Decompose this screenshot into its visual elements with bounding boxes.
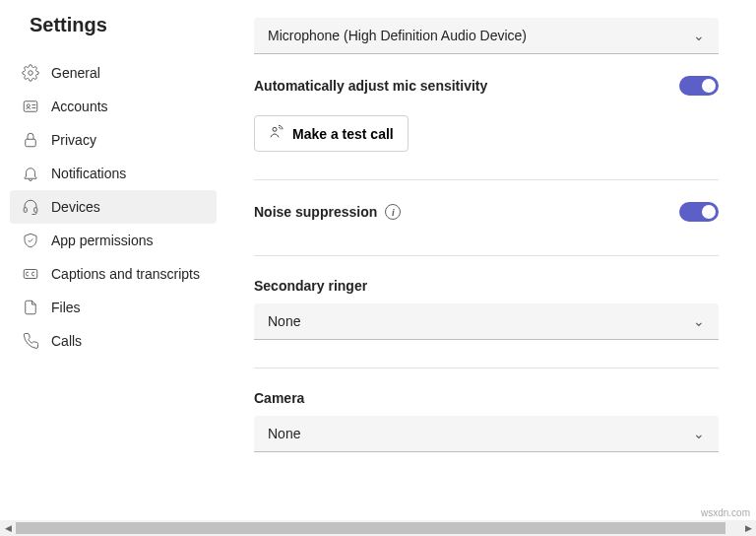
- cc-icon: [22, 265, 39, 283]
- auto-mic-label: Automatically adjust mic sensitivity: [254, 78, 487, 94]
- settings-main: Microphone (High Definition Audio Device…: [226, 0, 756, 520]
- scroll-track[interactable]: [16, 520, 740, 536]
- horizontal-scrollbar[interactable]: ◀ ▶: [0, 520, 756, 536]
- camera-value: None: [268, 426, 300, 441]
- scroll-left-arrow-icon[interactable]: ◀: [0, 520, 16, 536]
- noise-suppression-label: Noise suppression: [254, 204, 377, 220]
- sidebar-item-accounts[interactable]: Accounts: [10, 90, 217, 123]
- sidebar-item-label: Devices: [51, 199, 100, 215]
- watermark: wsxdn.com: [701, 507, 750, 518]
- sidebar-item-label: Notifications: [51, 166, 126, 181]
- sidebar-item-label: Accounts: [51, 99, 108, 114]
- svg-rect-1: [24, 101, 37, 112]
- sidebar-item-general[interactable]: General: [10, 56, 217, 90]
- gear-icon: [22, 64, 39, 82]
- settings-sidebar: General Accounts Privacy Notifications D…: [0, 52, 226, 358]
- sidebar-item-notifications[interactable]: Notifications: [10, 157, 217, 190]
- chevron-down-icon: ⌄: [693, 28, 705, 43]
- sidebar-item-label: App permissions: [51, 233, 154, 248]
- scroll-right-arrow-icon[interactable]: ▶: [740, 520, 756, 536]
- info-icon[interactable]: i: [385, 204, 401, 220]
- lock-icon: [22, 131, 39, 149]
- auto-mic-toggle[interactable]: [679, 76, 719, 96]
- svg-rect-3: [26, 139, 36, 147]
- id-card-icon: [22, 98, 39, 115]
- svg-point-0: [29, 71, 33, 76]
- divider: [254, 368, 719, 368]
- camera-label: Camera: [254, 390, 719, 406]
- person-call-icon: [269, 124, 284, 143]
- camera-select[interactable]: None ⌄: [254, 416, 719, 452]
- sidebar-item-label: Privacy: [51, 132, 96, 148]
- microphone-select[interactable]: Microphone (High Definition Audio Device…: [254, 18, 719, 54]
- sidebar-item-captions[interactable]: Captions and transcripts: [10, 257, 217, 291]
- chevron-down-icon: ⌄: [693, 313, 705, 329]
- chevron-down-icon: ⌄: [693, 426, 705, 441]
- sidebar-item-files[interactable]: Files: [10, 291, 217, 324]
- sidebar-item-label: General: [51, 65, 100, 81]
- sidebar-item-label: Files: [51, 300, 81, 315]
- svg-rect-4: [24, 208, 27, 213]
- svg-point-7: [273, 127, 277, 131]
- divider: [254, 255, 719, 256]
- sidebar-item-app-permissions[interactable]: App permissions: [10, 224, 217, 257]
- sidebar-item-devices[interactable]: Devices: [10, 190, 217, 224]
- bell-icon: [22, 165, 39, 182]
- svg-rect-5: [34, 208, 37, 213]
- noise-suppression-toggle[interactable]: [679, 202, 719, 222]
- make-test-call-button[interactable]: Make a test call: [254, 115, 409, 152]
- sidebar-item-calls[interactable]: Calls: [10, 324, 217, 358]
- shield-icon: [22, 232, 39, 249]
- page-title: Settings: [0, 0, 226, 52]
- secondary-ringer-value: None: [268, 313, 300, 329]
- sidebar-item-privacy[interactable]: Privacy: [10, 123, 217, 157]
- svg-point-2: [27, 104, 30, 107]
- make-test-call-label: Make a test call: [292, 126, 394, 142]
- headset-icon: [22, 198, 39, 216]
- sidebar-item-label: Calls: [51, 333, 82, 349]
- phone-icon: [22, 332, 39, 350]
- sidebar-item-label: Captions and transcripts: [51, 266, 200, 282]
- secondary-ringer-select[interactable]: None ⌄: [254, 303, 719, 340]
- secondary-ringer-label: Secondary ringer: [254, 278, 719, 294]
- microphone-select-value: Microphone (High Definition Audio Device…: [268, 28, 527, 43]
- scroll-thumb[interactable]: [16, 522, 725, 534]
- file-icon: [22, 299, 39, 316]
